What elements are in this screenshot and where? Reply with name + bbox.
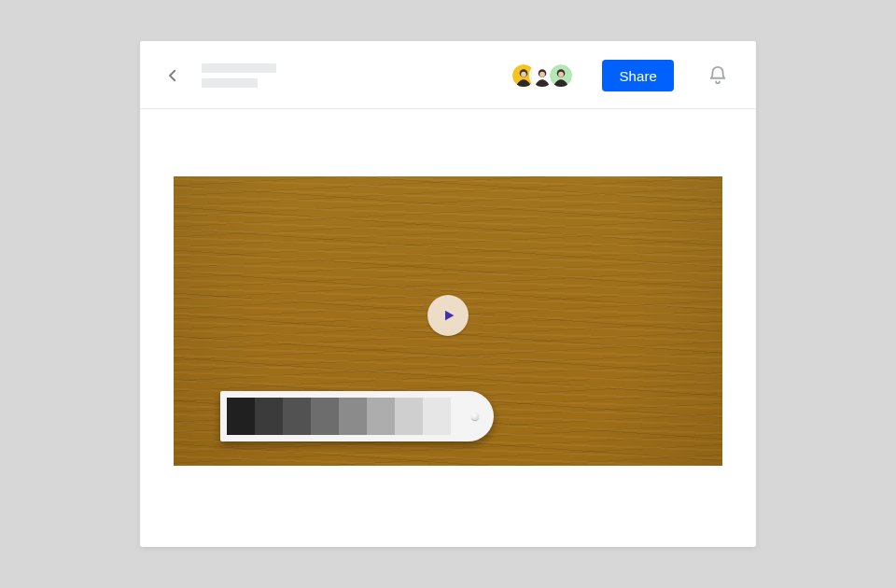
title-placeholder [202, 63, 276, 88]
back-button[interactable] [161, 63, 185, 88]
share-button[interactable]: Share [602, 60, 674, 91]
notifications-button[interactable] [704, 62, 732, 90]
svg-point-8 [559, 72, 565, 77]
svg-marker-9 [445, 310, 454, 320]
swatch [339, 398, 367, 435]
avatar[interactable] [548, 63, 574, 89]
swatch [227, 398, 255, 435]
title-line-1 [202, 63, 276, 73]
bell-icon [707, 65, 728, 86]
header-bar: Share [140, 41, 756, 109]
preview-area [140, 109, 756, 547]
swatch [367, 398, 395, 435]
svg-point-2 [522, 72, 527, 77]
swatch [311, 398, 339, 435]
swatch-card [220, 391, 494, 441]
chevron-left-icon [164, 67, 181, 84]
app-window: Share [140, 41, 756, 547]
swatch [395, 398, 423, 435]
title-line-2 [202, 78, 258, 88]
swatch [255, 398, 283, 435]
swatch [283, 398, 311, 435]
play-button[interactable] [427, 295, 469, 336]
video-preview [174, 176, 722, 466]
play-icon [441, 308, 456, 323]
swatch [423, 398, 451, 435]
svg-point-5 [540, 72, 546, 77]
collaborator-avatars[interactable] [511, 63, 574, 89]
pivot-dot [471, 413, 479, 420]
